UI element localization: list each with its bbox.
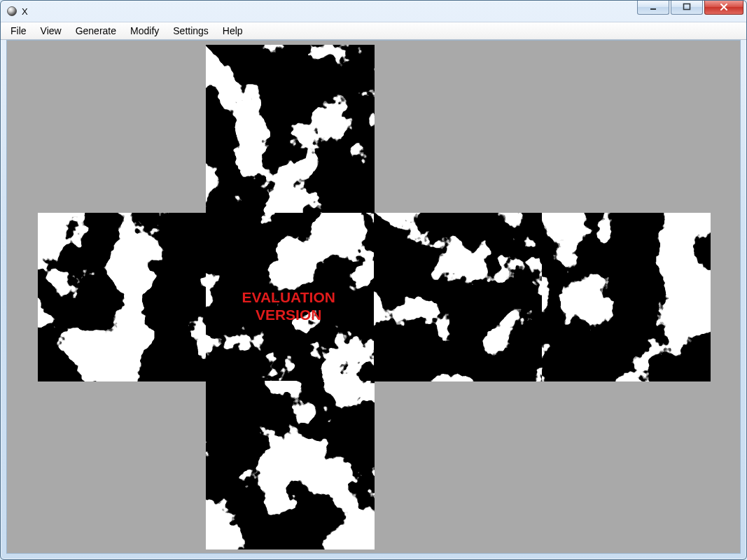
app-window: X File View Generate Modify Se (0, 0, 747, 560)
cubemap-face-top (206, 45, 375, 214)
svg-rect-3 (206, 45, 375, 214)
cubemap-face-bottom (206, 381, 375, 550)
menu-modify[interactable]: Modify (123, 22, 166, 39)
mask-br (375, 382, 710, 549)
svg-point-0 (8, 7, 17, 16)
canvas-viewport[interactable]: EVALUATION VERSION (6, 40, 741, 554)
mask-tl (38, 45, 206, 213)
menu-settings[interactable]: Settings (166, 22, 216, 39)
menu-view[interactable]: View (34, 22, 69, 39)
cubemap-face-front (206, 213, 375, 382)
svg-rect-7 (542, 213, 711, 382)
app-sphere-icon (6, 6, 18, 17)
svg-rect-6 (374, 213, 543, 382)
cubemap-face-right (374, 213, 543, 382)
menu-generate[interactable]: Generate (69, 22, 123, 39)
svg-rect-5 (206, 213, 375, 382)
menu-file[interactable]: File (4, 22, 34, 39)
cubemap-face-left (38, 213, 207, 382)
mask-bl (38, 382, 206, 549)
menubar: File View Generate Modify Settings Help (1, 22, 746, 40)
svg-rect-2 (684, 4, 690, 10)
svg-rect-4 (38, 213, 207, 382)
cubemap-cross: EVALUATION VERSION (38, 45, 710, 549)
menu-help[interactable]: Help (216, 22, 250, 39)
minimize-button[interactable] (637, 0, 669, 15)
titlebar[interactable]: X (1, 1, 746, 22)
window-title: X (22, 6, 28, 17)
svg-rect-1 (650, 8, 656, 10)
cubemap-face-back (542, 213, 711, 382)
mask-tr (375, 45, 710, 213)
close-button[interactable] (704, 0, 743, 15)
window-controls (637, 0, 743, 15)
svg-rect-8 (206, 381, 375, 550)
maximize-button[interactable] (671, 0, 703, 15)
